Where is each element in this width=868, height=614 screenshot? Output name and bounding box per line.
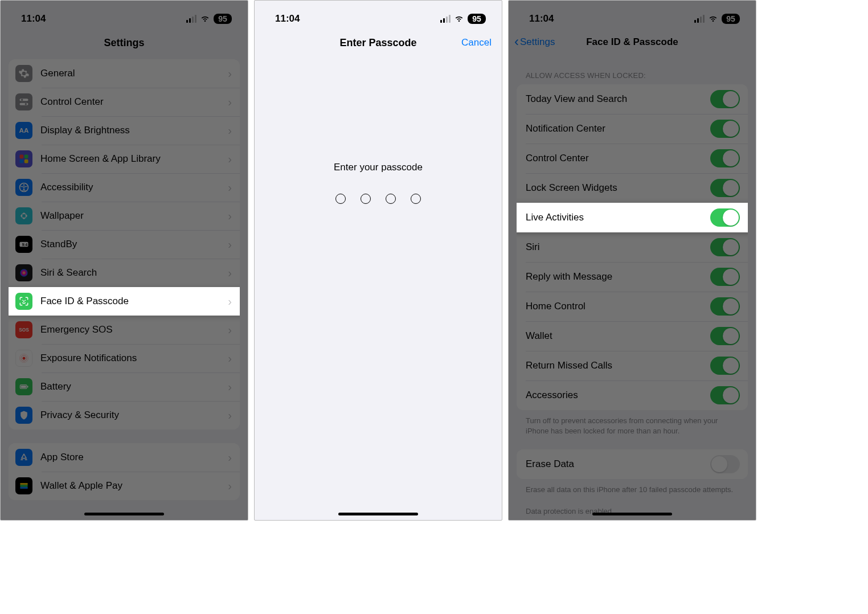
passcode-dot — [335, 194, 346, 204]
allow-access-group: Today View and Search Notification Cente… — [517, 84, 748, 410]
passcode-dot — [411, 194, 421, 204]
chevron-right-icon: › — [228, 295, 232, 308]
toggle-row-siri[interactable]: Siri — [517, 232, 748, 262]
settings-row-display[interactable]: AA Display & Brightness › — [9, 116, 240, 145]
toggle-switch-notification-center[interactable] — [710, 120, 740, 138]
svg-point-12 — [23, 212, 24, 214]
settings-row-faceid[interactable]: Face ID & Passcode › — [9, 287, 240, 316]
svg-rect-6 — [24, 155, 28, 159]
toggle-row-wallet[interactable]: Wallet — [517, 321, 748, 351]
toggle-label: Control Center — [526, 153, 710, 164]
toggle-label: Wallet — [526, 330, 710, 342]
settings-row-wallpaper[interactable]: Wallpaper › — [9, 202, 240, 230]
svg-rect-7 — [20, 159, 24, 163]
cellular-icon — [440, 15, 451, 23]
status-time: 11:04 — [275, 13, 300, 24]
exposure-icon — [15, 350, 32, 367]
settings-row-label: Accessibility — [40, 182, 228, 193]
chevron-right-icon: › — [228, 352, 232, 365]
settings-row-home-screen[interactable]: Home Screen & App Library › — [9, 145, 240, 173]
erase-footer: Erase all data on this iPhone after 10 f… — [509, 479, 756, 497]
settings-row-privacy[interactable]: Privacy & Security › — [9, 401, 240, 429]
settings-row-label: Control Center — [40, 96, 228, 108]
battery-icon — [15, 378, 32, 395]
erase-data-group: Erase Data — [517, 449, 748, 479]
standby-icon: 9:4 — [15, 236, 32, 253]
settings-row-general[interactable]: General › — [9, 59, 240, 88]
settings-row-battery[interactable]: Battery › — [9, 373, 240, 401]
passcode-dot — [361, 194, 371, 204]
toggle-row-control-center[interactable]: Control Center — [517, 144, 748, 173]
navbar-title: Settings — [1, 31, 248, 59]
settings-row-exposure[interactable]: Exposure Notifications › — [9, 344, 240, 373]
toggle-row-return-missed-calls[interactable]: Return Missed Calls — [517, 351, 748, 380]
chevron-right-icon: › — [228, 210, 232, 223]
toggle-switch-home-control[interactable] — [710, 297, 740, 316]
erase-data-row[interactable]: Erase Data — [517, 449, 748, 479]
settings-row-appstore[interactable]: App Store › — [9, 443, 240, 472]
svg-rect-31 — [20, 485, 27, 486]
toggle-label: Lock Screen Widgets — [526, 182, 710, 194]
svg-point-14 — [23, 218, 24, 219]
svg-rect-1 — [20, 103, 28, 105]
toggle-switch-lock-screen-widgets[interactable] — [710, 179, 740, 197]
toggle-switch-reply-with-message[interactable] — [710, 268, 740, 286]
chevron-right-icon: › — [228, 480, 232, 493]
cellular-icon — [694, 15, 705, 23]
toggle-switch-today-view-and-search[interactable] — [710, 90, 740, 108]
siri-icon — [15, 264, 32, 281]
settings-row-label: Wallpaper — [40, 210, 228, 222]
settings-row-standby[interactable]: 9:4 StandBy › — [9, 230, 240, 259]
battery-icon: 95 — [722, 14, 740, 24]
toggle-switch-siri[interactable] — [710, 238, 740, 256]
toggle-row-home-control[interactable]: Home Control — [517, 292, 748, 321]
toggle-row-lock-screen-widgets[interactable]: Lock Screen Widgets — [517, 173, 748, 203]
chevron-right-icon: › — [228, 124, 232, 137]
svg-point-10 — [23, 185, 25, 186]
toggle-row-accessories[interactable]: Accessories — [517, 380, 748, 410]
svg-point-15 — [21, 215, 22, 216]
svg-rect-32 — [20, 487, 27, 489]
settings-row-label: Display & Brightness — [40, 125, 228, 136]
settings-row-wallet[interactable]: Wallet & Apple Pay › — [9, 472, 240, 500]
status-time: 11:04 — [21, 13, 46, 24]
passcode-dots[interactable] — [335, 194, 421, 204]
wifi-icon — [454, 15, 464, 23]
settings-row-control-center[interactable]: Control Center › — [9, 88, 240, 116]
chevron-right-icon: › — [228, 451, 232, 464]
toggle-label: Accessories — [526, 390, 710, 401]
toggle-row-live-activities[interactable]: Live Activities — [517, 203, 748, 232]
cancel-button[interactable]: Cancel — [461, 37, 492, 48]
settings-row-sos[interactable]: SOS Emergency SOS › — [9, 316, 240, 344]
toggle-row-reply-with-message[interactable]: Reply with Message — [517, 262, 748, 292]
settings-row-accessibility[interactable]: Accessibility › — [9, 173, 240, 202]
accessibility-icon — [15, 179, 32, 196]
toggle-switch-accessories[interactable] — [710, 386, 740, 404]
toggle-label: Siri — [526, 241, 710, 253]
toggle-label: Reply with Message — [526, 271, 710, 283]
chevron-right-icon: › — [228, 238, 232, 251]
toggle-switch-return-missed-calls[interactable] — [710, 357, 740, 375]
svg-point-13 — [26, 215, 27, 216]
erase-data-toggle[interactable] — [710, 455, 740, 473]
svg-rect-0 — [20, 99, 28, 101]
status-bar: 11:04 95 — [255, 1, 502, 31]
screenshot-settings: 11:04 95 Settings General › Control Cent… — [0, 0, 248, 521]
appstore-icon — [15, 449, 32, 466]
toggle-switch-control-center[interactable] — [710, 149, 740, 167]
status-icons: 95 — [694, 14, 740, 24]
toggle-row-notification-center[interactable]: Notification Center — [517, 114, 748, 144]
settings-group-1: General › Control Center › AA Display & … — [9, 59, 240, 429]
cellular-icon — [186, 15, 196, 23]
settings-row-label: Face ID & Passcode — [40, 296, 228, 307]
svg-point-20 — [25, 300, 26, 301]
toggle-switch-live-activities[interactable] — [710, 208, 740, 227]
toggle-switch-wallet[interactable] — [710, 327, 740, 345]
chevron-right-icon: › — [228, 380, 232, 394]
settings-row-label: Privacy & Security — [40, 410, 228, 421]
wifi-icon — [200, 15, 210, 23]
settings-group-2: App Store › Wallet & Apple Pay › — [9, 443, 240, 500]
chevron-right-icon: › — [228, 96, 232, 109]
settings-row-siri[interactable]: Siri & Search › — [9, 259, 240, 287]
toggle-row-today-view-and-search[interactable]: Today View and Search — [517, 84, 748, 114]
